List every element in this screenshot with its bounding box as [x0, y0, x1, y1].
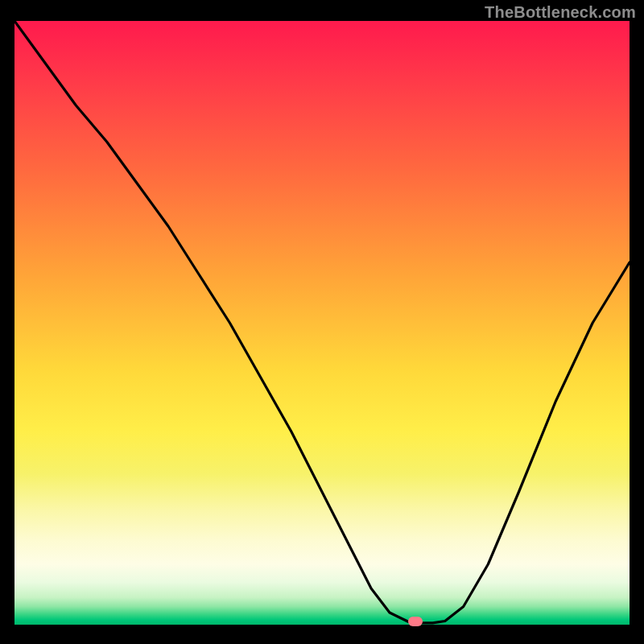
plot-frame [14, 21, 630, 634]
bottleneck-curve [14, 21, 630, 625]
chart-container: TheBottleneck.com [0, 0, 644, 644]
attribution-label: TheBottleneck.com [485, 3, 636, 22]
selected-point-marker [408, 617, 423, 626]
